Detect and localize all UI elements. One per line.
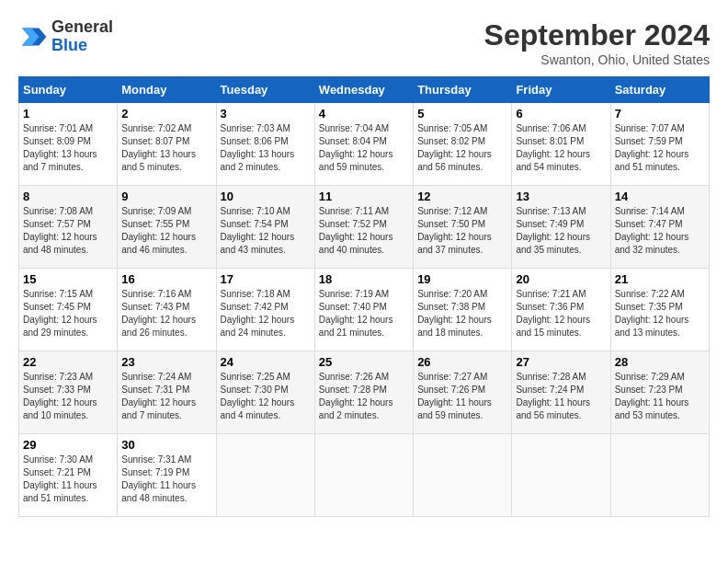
calendar-cell bbox=[314, 434, 413, 517]
day-number: 8 bbox=[23, 190, 113, 203]
day-number: 13 bbox=[516, 190, 606, 203]
day-number: 27 bbox=[516, 355, 606, 369]
day-number: 5 bbox=[417, 107, 507, 121]
calendar-cell: 5Sunrise: 7:05 AM Sunset: 8:02 PM Daylig… bbox=[414, 103, 512, 186]
day-info: Sunrise: 7:04 AM Sunset: 8:04 PM Dayligh… bbox=[319, 122, 409, 174]
calendar-cell: 3Sunrise: 7:03 AM Sunset: 8:06 PM Daylig… bbox=[216, 103, 314, 186]
day-number: 30 bbox=[121, 438, 211, 452]
header-saturday: Saturday bbox=[610, 77, 709, 103]
calendar-cell: 20Sunrise: 7:21 AM Sunset: 7:36 PM Dayli… bbox=[512, 269, 610, 351]
day-number: 4 bbox=[319, 107, 409, 121]
day-number: 10 bbox=[221, 190, 311, 203]
day-info: Sunrise: 7:25 AM Sunset: 7:30 PM Dayligh… bbox=[221, 371, 311, 422]
calendar-cell: 2Sunrise: 7:02 AM Sunset: 8:07 PM Daylig… bbox=[118, 103, 216, 186]
day-info: Sunrise: 7:10 AM Sunset: 7:54 PM Dayligh… bbox=[221, 205, 311, 257]
calendar-header-row: SundayMondayTuesdayWednesdayThursdayFrid… bbox=[19, 77, 710, 103]
calendar-cell: 6Sunrise: 7:06 AM Sunset: 8:01 PM Daylig… bbox=[512, 103, 610, 186]
calendar-cell: 8Sunrise: 7:08 AM Sunset: 7:57 PM Daylig… bbox=[19, 186, 118, 269]
day-info: Sunrise: 7:08 AM Sunset: 7:57 PM Dayligh… bbox=[23, 205, 113, 257]
calendar-week-row: 15Sunrise: 7:15 AM Sunset: 7:45 PM Dayli… bbox=[19, 269, 710, 351]
calendar-week-row: 22Sunrise: 7:23 AM Sunset: 7:33 PM Dayli… bbox=[19, 351, 710, 434]
calendar-cell: 23Sunrise: 7:24 AM Sunset: 7:31 PM Dayli… bbox=[118, 351, 216, 434]
day-info: Sunrise: 7:07 AM Sunset: 7:59 PM Dayligh… bbox=[615, 122, 705, 174]
calendar-cell: 24Sunrise: 7:25 AM Sunset: 7:30 PM Dayli… bbox=[216, 351, 314, 434]
calendar-cell bbox=[414, 434, 512, 517]
day-info: Sunrise: 7:15 AM Sunset: 7:45 PM Dayligh… bbox=[23, 288, 113, 339]
day-number: 28 bbox=[615, 355, 705, 369]
day-number: 16 bbox=[121, 272, 211, 286]
day-number: 22 bbox=[23, 355, 113, 369]
day-number: 6 bbox=[516, 107, 606, 121]
calendar-cell: 18Sunrise: 7:19 AM Sunset: 7:40 PM Dayli… bbox=[314, 269, 413, 351]
calendar-cell: 10Sunrise: 7:10 AM Sunset: 7:54 PM Dayli… bbox=[216, 186, 314, 269]
day-info: Sunrise: 7:05 AM Sunset: 8:02 PM Dayligh… bbox=[417, 122, 507, 174]
day-info: Sunrise: 7:29 AM Sunset: 7:23 PM Dayligh… bbox=[615, 371, 705, 422]
calendar-week-row: 1Sunrise: 7:01 AM Sunset: 8:09 PM Daylig… bbox=[19, 103, 710, 186]
day-info: Sunrise: 7:13 AM Sunset: 7:49 PM Dayligh… bbox=[516, 205, 606, 257]
calendar-cell: 1Sunrise: 7:01 AM Sunset: 8:09 PM Daylig… bbox=[19, 103, 118, 186]
header-thursday: Thursday bbox=[414, 77, 512, 103]
day-info: Sunrise: 7:20 AM Sunset: 7:38 PM Dayligh… bbox=[417, 288, 507, 339]
day-number: 20 bbox=[516, 272, 606, 286]
header-monday: Monday bbox=[118, 77, 216, 103]
calendar-cell: 26Sunrise: 7:27 AM Sunset: 7:26 PM Dayli… bbox=[414, 351, 512, 434]
day-number: 18 bbox=[319, 272, 409, 286]
day-number: 25 bbox=[319, 355, 409, 369]
calendar-cell: 17Sunrise: 7:18 AM Sunset: 7:42 PM Dayli… bbox=[216, 269, 314, 351]
title-block: September 2024 Swanton, Ohio, United Sta… bbox=[484, 18, 710, 67]
day-number: 7 bbox=[615, 107, 705, 121]
day-number: 24 bbox=[221, 355, 311, 369]
calendar-cell: 28Sunrise: 7:29 AM Sunset: 7:23 PM Dayli… bbox=[610, 351, 709, 434]
calendar-cell: 30Sunrise: 7:31 AM Sunset: 7:19 PM Dayli… bbox=[118, 434, 216, 517]
calendar-cell bbox=[610, 434, 709, 517]
day-number: 3 bbox=[221, 107, 311, 121]
page-header: General Blue September 2024 Swanton, Ohi… bbox=[18, 18, 710, 67]
day-info: Sunrise: 7:31 AM Sunset: 7:19 PM Dayligh… bbox=[121, 454, 211, 505]
calendar-cell: 13Sunrise: 7:13 AM Sunset: 7:49 PM Dayli… bbox=[512, 186, 610, 269]
day-info: Sunrise: 7:27 AM Sunset: 7:26 PM Dayligh… bbox=[417, 371, 507, 422]
day-number: 26 bbox=[417, 355, 507, 369]
calendar-cell: 27Sunrise: 7:28 AM Sunset: 7:24 PM Dayli… bbox=[512, 351, 610, 434]
day-info: Sunrise: 7:24 AM Sunset: 7:31 PM Dayligh… bbox=[121, 371, 211, 422]
calendar-cell: 25Sunrise: 7:26 AM Sunset: 7:28 PM Dayli… bbox=[314, 351, 413, 434]
day-info: Sunrise: 7:30 AM Sunset: 7:21 PM Dayligh… bbox=[23, 454, 113, 505]
header-friday: Friday bbox=[512, 77, 610, 103]
day-info: Sunrise: 7:11 AM Sunset: 7:52 PM Dayligh… bbox=[319, 205, 409, 257]
day-info: Sunrise: 7:26 AM Sunset: 7:28 PM Dayligh… bbox=[319, 371, 409, 422]
calendar-cell: 12Sunrise: 7:12 AM Sunset: 7:50 PM Dayli… bbox=[414, 186, 512, 269]
calendar-week-row: 29Sunrise: 7:30 AM Sunset: 7:21 PM Dayli… bbox=[19, 434, 710, 517]
day-info: Sunrise: 7:28 AM Sunset: 7:24 PM Dayligh… bbox=[516, 371, 606, 422]
day-number: 12 bbox=[417, 190, 507, 203]
calendar-cell bbox=[216, 434, 314, 517]
day-info: Sunrise: 7:19 AM Sunset: 7:40 PM Dayligh… bbox=[319, 288, 409, 339]
day-number: 23 bbox=[121, 355, 211, 369]
calendar-cell: 16Sunrise: 7:16 AM Sunset: 7:43 PM Dayli… bbox=[118, 269, 216, 351]
calendar-cell: 4Sunrise: 7:04 AM Sunset: 8:04 PM Daylig… bbox=[314, 103, 413, 186]
day-number: 19 bbox=[417, 272, 507, 286]
location: Swanton, Ohio, United States bbox=[484, 52, 710, 67]
calendar-cell: 7Sunrise: 7:07 AM Sunset: 7:59 PM Daylig… bbox=[610, 103, 709, 186]
day-info: Sunrise: 7:02 AM Sunset: 8:07 PM Dayligh… bbox=[121, 122, 211, 174]
day-number: 15 bbox=[23, 272, 113, 286]
calendar-week-row: 8Sunrise: 7:08 AM Sunset: 7:57 PM Daylig… bbox=[19, 186, 710, 269]
day-number: 14 bbox=[615, 190, 705, 203]
day-number: 9 bbox=[121, 190, 211, 203]
day-number: 11 bbox=[319, 190, 409, 203]
calendar-cell: 11Sunrise: 7:11 AM Sunset: 7:52 PM Dayli… bbox=[314, 186, 413, 269]
logo-icon bbox=[18, 22, 48, 52]
day-info: Sunrise: 7:09 AM Sunset: 7:55 PM Dayligh… bbox=[121, 205, 211, 257]
calendar-cell: 29Sunrise: 7:30 AM Sunset: 7:21 PM Dayli… bbox=[19, 434, 118, 517]
day-number: 29 bbox=[23, 438, 113, 452]
day-number: 2 bbox=[121, 107, 211, 121]
calendar-cell: 15Sunrise: 7:15 AM Sunset: 7:45 PM Dayli… bbox=[19, 269, 118, 351]
day-info: Sunrise: 7:16 AM Sunset: 7:43 PM Dayligh… bbox=[121, 288, 211, 339]
header-tuesday: Tuesday bbox=[216, 77, 314, 103]
calendar-cell: 9Sunrise: 7:09 AM Sunset: 7:55 PM Daylig… bbox=[118, 186, 216, 269]
header-wednesday: Wednesday bbox=[314, 77, 413, 103]
day-info: Sunrise: 7:18 AM Sunset: 7:42 PM Dayligh… bbox=[221, 288, 311, 339]
calendar-cell: 21Sunrise: 7:22 AM Sunset: 7:35 PM Dayli… bbox=[610, 269, 709, 351]
calendar-cell: 14Sunrise: 7:14 AM Sunset: 7:47 PM Dayli… bbox=[610, 186, 709, 269]
calendar-cell: 22Sunrise: 7:23 AM Sunset: 7:33 PM Dayli… bbox=[19, 351, 118, 434]
month-title: September 2024 bbox=[484, 18, 710, 52]
day-info: Sunrise: 7:03 AM Sunset: 8:06 PM Dayligh… bbox=[221, 122, 311, 174]
